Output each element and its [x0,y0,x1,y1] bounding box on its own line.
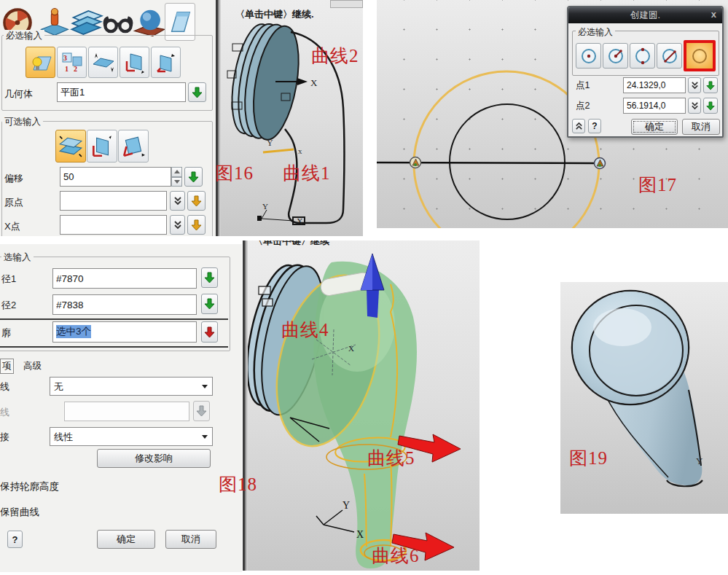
curve4-label: 曲线4 [281,318,329,342]
tab-advanced[interactable]: 高级 [22,359,43,373]
origin-apply-button[interactable] [187,191,206,211]
offset-label: 偏移 [4,172,23,185]
curve1-label: 曲线1 [283,161,331,185]
origin-expand-button[interactable] [170,191,185,211]
help-button[interactable]: ? [588,119,601,133]
xpoint-expand-button[interactable] [170,215,185,235]
geometry-input[interactable] [57,82,186,102]
xpoint-input[interactable] [60,215,167,235]
plane-312-icon[interactable]: 312 [57,47,87,78]
viewport-16[interactable]: 〈单击中键〉继续. X Y x Y X [221,0,363,236]
point1-input[interactable] [623,77,686,93]
guide-input [64,402,189,421]
circle-2-points-icon[interactable] [657,43,682,69]
circle-diameter-icon[interactable] [630,43,655,69]
transition-label: 接 [0,431,9,444]
viewport18-scene: X Y X [248,240,480,571]
spine-label: 线 [0,380,9,394]
plane-axis-2-icon[interactable] [151,47,181,78]
viewport16-scene: X Y x Y X [221,0,363,236]
triad18-y-label: Y [343,500,350,511]
spine-value: 无 [54,380,63,394]
sweep-cancel-button[interactable]: 取消 [165,530,216,549]
curve5-label: 曲线5 [367,446,415,470]
offset-plane-icon[interactable] [55,130,86,163]
sweep-group-title: 选输入 [1,251,34,264]
active-row-line-top [0,318,228,320]
offset-input[interactable] [60,167,171,187]
triad-y-label: Y [262,202,268,211]
modify-influence-button[interactable]: 修改影响 [97,449,211,468]
chevron-down-icon [202,385,208,388]
transition-dropdown[interactable]: 线性 [50,427,213,446]
plane-options-panel: 必选输入 312 几何体 可选输入 偏移 原点 X点 [0,0,216,236]
point2-expand-button[interactable] [688,98,701,114]
viewport16-separator [216,0,221,236]
star-x-label: X [348,344,354,353]
plane-angle-icon[interactable] [118,130,149,163]
viewport18-separator [243,240,248,571]
point1-apply-button[interactable] [703,77,718,93]
required-group-title: 必选输入 [4,30,44,42]
geometry-label: 几何体 [4,87,33,101]
offset-spinner[interactable] [171,167,182,187]
optional-group-title: 可选输入 [2,116,43,128]
axis-y-label: Y [267,138,273,148]
axis-x-small-label: x [298,146,302,155]
rail1-apply-button[interactable] [201,267,218,288]
origin-input[interactable] [60,191,167,211]
rail1-label: 径1 [1,273,16,286]
point2-apply-button[interactable] [703,98,718,114]
transition-value: 线性 [54,431,73,444]
collapse-dialog-button[interactable] [572,119,585,133]
plane-normal-icon[interactable] [87,130,117,163]
cancel-button[interactable]: 取消 [682,119,720,135]
profile-input[interactable]: 选中3个 [52,321,197,343]
point1-expand-button[interactable] [688,77,701,93]
fig16-label: 图16 [215,161,254,185]
curve6-label: 曲线6 [372,544,420,568]
triad-x-label: X [297,216,303,227]
dialog-titlebar[interactable]: 创建圆. x [568,7,722,23]
ok-button[interactable]: 确定 [631,119,678,135]
rail2-label: 径2 [1,299,16,312]
clipped-tooltip: 〈单击中键〉继续 [254,240,329,248]
keep-height-option[interactable]: 保持轮廓高度 [0,480,59,493]
offset-apply-button[interactable] [184,167,203,187]
tab-basic[interactable]: 项 [0,359,14,374]
rail2-apply-button[interactable] [201,294,218,314]
rail1-input[interactable] [52,268,197,289]
fig18-label: 图18 [219,472,257,496]
plane-bulb-icon[interactable] [26,47,55,78]
svg-text:2: 2 [74,65,77,73]
sweep-ok-button[interactable]: 确定 [97,530,155,549]
circle-center-radius-icon[interactable] [603,43,628,69]
svg-text:3: 3 [63,54,67,62]
close-icon[interactable]: x [711,9,716,20]
circle-center-icon[interactable] [576,43,601,69]
chevron-down-icon [202,435,208,439]
rail2-input[interactable] [52,294,197,315]
plane-flip-icon[interactable] [88,47,118,78]
geometry-apply-button[interactable] [188,82,206,102]
viewport-18[interactable]: 〈单击中键〉继续 X [248,240,480,571]
sweep-help-button[interactable]: ? [7,531,23,548]
create-circle-dialog: 创建圆. x 必选输入 点1 点2 ? 确定 取消 [567,6,724,138]
circle-3-points-icon[interactable] [684,40,716,71]
viewport19-scene: Y [560,282,728,514]
profile-remove-button[interactable] [201,321,218,343]
keep-curves-option[interactable]: 保留曲线 [0,506,39,519]
plane-axis-1-icon[interactable] [120,47,149,78]
dialog-group-title: 必选输入 [576,26,615,39]
dialog-title: 创建圆. [568,9,722,22]
curve2-label: 曲线2 [311,44,359,68]
fig19-label: 图19 [569,446,608,470]
middle-click-tooltip: 〈单击中键〉继续. [235,8,314,21]
spine-dropdown[interactable]: 无 [50,377,213,396]
xpoint-apply-button[interactable] [187,215,206,235]
point2-input[interactable] [623,98,686,114]
origin-label: 原点 [4,196,23,209]
fig17-label: 图17 [638,173,677,197]
axis-x-label: X [310,77,318,88]
profile-selected-text: 选中3个 [56,325,91,338]
